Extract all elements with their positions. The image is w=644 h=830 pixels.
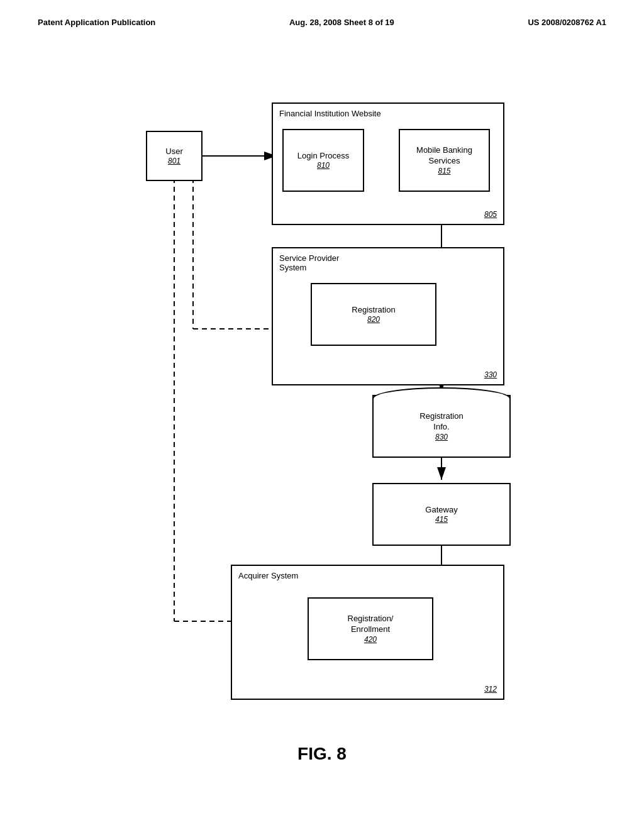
- gateway-id: 415: [435, 515, 448, 524]
- registration-820-box: Registration 820: [311, 283, 436, 346]
- financial-website-id: 805: [484, 210, 497, 219]
- registration-enrollment-box: Registration/Enrollment 420: [308, 597, 433, 660]
- registration-info-box: RegistrationInfo. 830: [372, 395, 511, 458]
- user-id: 801: [168, 157, 180, 165]
- header-left: Patent Application Publication: [38, 18, 155, 27]
- acquirer-system-id: 312: [484, 685, 497, 694]
- login-id: 810: [317, 161, 330, 170]
- gateway-label: Gateway: [425, 505, 457, 516]
- mobile-banking-id: 815: [438, 167, 450, 175]
- reg-info-id: 830: [435, 433, 448, 441]
- header-right: US 2008/0208762 A1: [528, 18, 606, 27]
- registration-820-label: Registration: [352, 305, 395, 316]
- user-box: User 801: [146, 131, 203, 181]
- reg-info-label: RegistrationInfo.: [419, 411, 463, 433]
- header-center: Aug. 28, 2008 Sheet 8 of 19: [289, 18, 394, 27]
- mobile-banking-box: Mobile Banking Services 815: [399, 129, 490, 192]
- service-provider-box: Service Provider System Registration 820…: [272, 247, 504, 385]
- user-label: User: [165, 147, 182, 157]
- mobile-banking-label: Mobile Banking Services: [416, 145, 472, 167]
- gateway-box: Gateway 415: [372, 483, 511, 546]
- service-provider-label: Service Provider System: [279, 253, 339, 272]
- financial-website-box: Financial Institution Website Login Proc…: [272, 102, 504, 225]
- service-provider-id: 330: [484, 370, 497, 379]
- login-label: Login Process: [297, 151, 349, 162]
- figure-label: FIG. 8: [0, 744, 644, 777]
- diagram-area: User 801 Financial Institution Website L…: [127, 46, 643, 725]
- acquirer-system-label: Acquirer System: [238, 571, 298, 580]
- login-process-box: Login Process 810: [282, 129, 364, 192]
- reg-enrollment-id: 420: [364, 635, 377, 644]
- reg-enrollment-label: Registration/Enrollment: [348, 614, 394, 635]
- acquirer-system-box: Acquirer System Registration/Enrollment …: [231, 565, 504, 700]
- registration-820-id: 820: [367, 315, 380, 324]
- page: Patent Application Publication Aug. 28, …: [0, 0, 644, 830]
- header: Patent Application Publication Aug. 28, …: [0, 0, 644, 33]
- financial-website-label: Financial Institution Website: [279, 109, 381, 118]
